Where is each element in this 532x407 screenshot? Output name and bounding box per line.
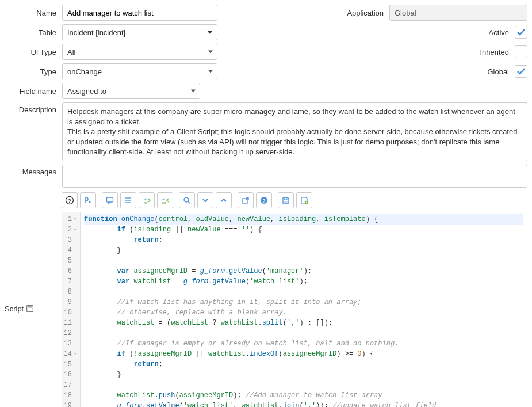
application-field: Global bbox=[389, 5, 527, 21]
svg-rect-1 bbox=[28, 307, 32, 308]
svg-rect-5 bbox=[107, 197, 113, 202]
application-label: Application bbox=[347, 9, 389, 17]
active-checkbox[interactable] bbox=[515, 26, 527, 39]
popout-button[interactable] bbox=[238, 192, 254, 208]
global-checkbox[interactable] bbox=[515, 65, 527, 78]
description-label: Description bbox=[5, 102, 62, 161]
name-input[interactable] bbox=[62, 5, 217, 21]
help-button[interactable]: ? bbox=[62, 192, 78, 208]
script-toolbar: ? abac abac ? bbox=[62, 191, 527, 212]
save-button[interactable] bbox=[278, 192, 294, 208]
expand-button[interactable] bbox=[197, 192, 213, 208]
active-label: Active bbox=[489, 28, 515, 37]
svg-line-14 bbox=[188, 201, 190, 204]
outdent-button[interactable] bbox=[120, 192, 136, 208]
info-button[interactable]: ? bbox=[256, 192, 272, 208]
inherited-label: Inherited bbox=[480, 48, 515, 56]
field-name-label: Field name bbox=[5, 87, 62, 96]
script-editor[interactable]: 1▾2▾34567891011121314▾151617181920 funct… bbox=[62, 212, 527, 407]
inherited-checkbox[interactable] bbox=[515, 45, 527, 58]
svg-text:ac: ac bbox=[144, 201, 147, 204]
name-label: Name bbox=[5, 9, 62, 17]
save-run-button[interactable] bbox=[296, 192, 312, 208]
script-icon bbox=[26, 305, 34, 313]
ui-type-label: UI Type bbox=[5, 48, 62, 56]
ui-type-select[interactable]: All bbox=[62, 44, 217, 60]
editor-code[interactable]: function onChange(control, oldValue, new… bbox=[81, 212, 527, 407]
collapse-button[interactable] bbox=[216, 192, 232, 208]
type-select[interactable]: onChange bbox=[62, 63, 217, 79]
description-textarea[interactable]: Helpdesk managers at this company are su… bbox=[62, 102, 527, 161]
replace-all-button[interactable]: abac bbox=[157, 192, 173, 208]
format-button[interactable] bbox=[80, 192, 96, 208]
svg-text:?: ? bbox=[262, 198, 266, 204]
editor-gutter: 1▾2▾34567891011121314▾151617181920 bbox=[62, 212, 81, 407]
svg-text:?: ? bbox=[68, 197, 71, 203]
svg-text:ac: ac bbox=[162, 201, 166, 204]
global-label: Global bbox=[487, 67, 515, 76]
search-button[interactable] bbox=[179, 192, 195, 208]
messages-label: Messages bbox=[5, 165, 62, 188]
table-select[interactable]: Incident [incident] bbox=[62, 24, 217, 40]
comment-button[interactable] bbox=[102, 192, 118, 208]
script-label: Script bbox=[5, 191, 62, 407]
svg-rect-0 bbox=[27, 306, 33, 312]
field-name-select[interactable]: Assigned to bbox=[62, 83, 200, 99]
svg-point-4 bbox=[89, 201, 91, 203]
svg-point-13 bbox=[184, 197, 189, 202]
table-label: Table bbox=[5, 28, 62, 37]
svg-rect-19 bbox=[284, 201, 288, 203]
replace-next-button[interactable]: abac bbox=[139, 192, 155, 208]
messages-textarea[interactable] bbox=[62, 165, 527, 188]
type-label: Type bbox=[5, 67, 62, 76]
